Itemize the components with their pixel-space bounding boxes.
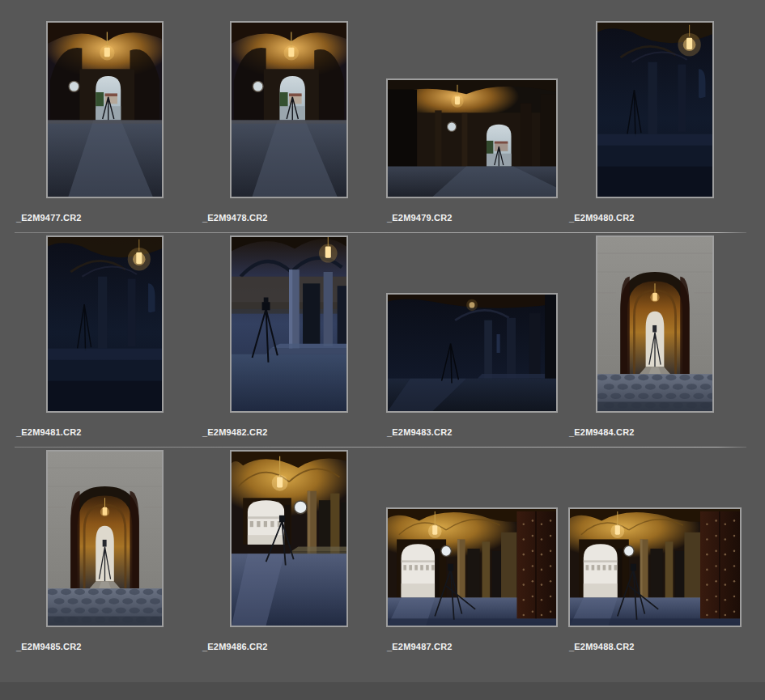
file-name-label[interactable]: _E2M9487.CR2	[387, 642, 453, 652]
file-name-label[interactable]: _E2M9477.CR2	[16, 213, 82, 223]
file-thumbnail[interactable]	[230, 21, 348, 198]
photo-archway-tunnel	[48, 23, 162, 197]
file-thumbnail[interactable]	[596, 21, 714, 198]
file-thumbnail[interactable]	[46, 235, 164, 413]
file-name-label[interactable]: _E2M9481.CR2	[16, 427, 82, 438]
row-divider	[15, 232, 746, 233]
file-thumbnail[interactable]	[386, 78, 558, 198]
file-thumbnail[interactable]	[386, 507, 558, 627]
photo-blue-interior-tripod	[232, 237, 346, 411]
file-thumbnail[interactable]	[230, 450, 348, 627]
file-name-label[interactable]: _E2M9480.CR2	[569, 213, 635, 223]
file-thumbnail[interactable]	[568, 507, 742, 627]
file-name-label[interactable]: _E2M9486.CR2	[202, 642, 268, 652]
file-thumbnail[interactable]	[230, 235, 348, 413]
file-thumbnail[interactable]	[596, 235, 714, 413]
file-thumbnail[interactable]	[386, 293, 558, 413]
photo-arcade-daylight	[388, 80, 556, 197]
file-name-label[interactable]: _E2M9478.CR2	[202, 213, 268, 223]
photo-dark-blue-interior	[597, 23, 712, 197]
file-thumbnail[interactable]	[46, 450, 164, 627]
file-name-label[interactable]: _E2M9485.CR2	[16, 642, 82, 652]
photo-dark-blue-landscape	[388, 295, 556, 411]
photo-warm-arcade	[232, 452, 346, 626]
photo-warm-arcade-door	[570, 509, 740, 626]
photo-stone-portal	[48, 452, 162, 626]
file-name-label[interactable]: _E2M9484.CR2	[569, 427, 635, 438]
file-thumbnail[interactable]	[46, 21, 164, 198]
file-name-label[interactable]: _E2M9479.CR2	[387, 213, 453, 223]
row-divider	[15, 447, 746, 448]
file-name-label[interactable]: _E2M9483.CR2	[387, 427, 453, 438]
photo-warm-arcade-door	[388, 509, 556, 626]
photo-archway-tunnel	[232, 23, 346, 197]
file-name-label[interactable]: _E2M9482.CR2	[202, 427, 268, 438]
photo-stone-portal	[597, 237, 712, 411]
photo-dark-blue-interior	[48, 237, 162, 411]
file-name-label[interactable]: _E2M9488.CR2	[569, 642, 635, 652]
thumbnail-grid: _E2M9477.CR2 _E2M9478.CR2 _E2M9479.CR2 _…	[0, 0, 765, 700]
footer-bar	[0, 682, 765, 700]
